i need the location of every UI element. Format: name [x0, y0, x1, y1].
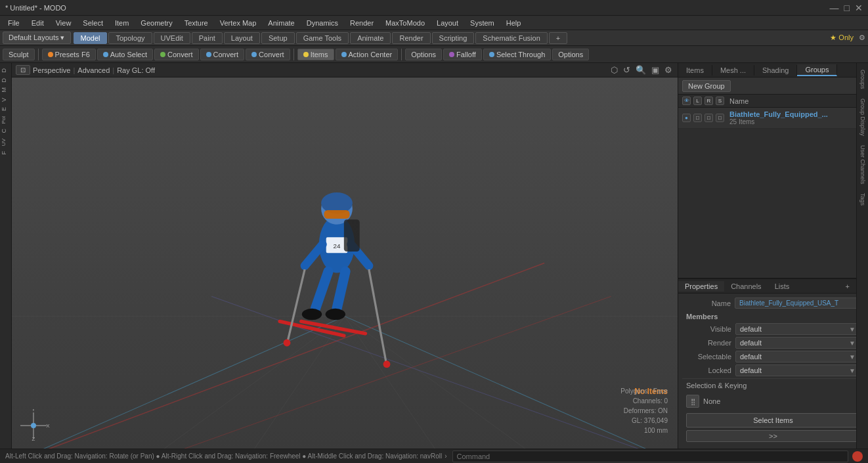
- sidebar-tab-v[interactable]: V: [1, 96, 11, 104]
- prop-tab-properties[interactable]: Properties: [678, 281, 724, 292]
- header-lock-icon[interactable]: L: [693, 97, 702, 105]
- default-layouts-btn[interactable]: Default Layouts ▾: [3, 32, 71, 44]
- visible-dropdown[interactable]: default ▼: [735, 323, 860, 335]
- group-item-biathlete[interactable]: ● □ □ □ Biathlete_Fully_Equipped_... 25 …: [678, 108, 868, 129]
- sidebar-tab-pol[interactable]: Pol: [1, 114, 11, 126]
- sidebar-tab-e[interactable]: E: [1, 105, 11, 113]
- panel-tab-shading[interactable]: Shading: [754, 65, 797, 76]
- expand-btn[interactable]: ›: [445, 452, 446, 460]
- header-eye-icon[interactable]: 👁: [682, 97, 691, 105]
- tab-topology[interactable]: Topology: [108, 32, 152, 44]
- menu-item-render[interactable]: Render: [345, 18, 379, 28]
- selectable-dropdown[interactable]: default ▼: [735, 351, 860, 363]
- prop-tab-lists[interactable]: Lists: [768, 281, 796, 292]
- panel-tab-mesh[interactable]: Mesh ...: [712, 65, 754, 76]
- properties-content: Name Biathlete_Fully_Equipped_USA_T Memb…: [678, 294, 868, 449]
- auto-select-btn[interactable]: Auto Select: [97, 49, 153, 60]
- sidebar-tab-uv[interactable]: UV: [1, 137, 11, 148]
- rs-tab-group-display[interactable]: Group Display: [858, 95, 867, 140]
- expand-panel-btn[interactable]: >>: [686, 430, 860, 442]
- locked-dropdown[interactable]: default ▼: [735, 364, 860, 376]
- menu-item-maxtomodo[interactable]: MaxToModo: [380, 18, 430, 28]
- convert3-btn[interactable]: Convert: [246, 49, 290, 60]
- select-items-btn[interactable]: Select Items: [686, 413, 860, 428]
- panel-tab-items[interactable]: Items: [678, 65, 712, 76]
- tab-paint[interactable]: Paint: [192, 32, 223, 44]
- minimize-btn[interactable]: —: [830, 3, 839, 13]
- tab-uvedit[interactable]: UVEdit: [154, 32, 190, 44]
- close-btn[interactable]: ✕: [855, 3, 863, 13]
- menu-item-animate[interactable]: Animate: [263, 18, 299, 28]
- sidebar-tab-c[interactable]: C: [1, 127, 11, 135]
- select-through-btn[interactable]: Select Through: [483, 49, 551, 60]
- sidebar-tab-f[interactable]: F: [1, 149, 11, 157]
- tab-setup[interactable]: Setup: [261, 32, 295, 44]
- locked-row: Locked default ▼: [682, 364, 864, 376]
- svg-text:Y: Y: [32, 409, 35, 412]
- tab-layout[interactable]: Layout: [224, 32, 260, 44]
- tab-add[interactable]: +: [549, 32, 567, 44]
- window-controls[interactable]: — □ ✕: [830, 3, 863, 13]
- viewport-icon2[interactable]: ↺: [623, 65, 630, 75]
- menu-item-view[interactable]: View: [51, 18, 77, 28]
- render-dropdown[interactable]: default ▼: [735, 337, 860, 349]
- rs-tab-tags[interactable]: Tags: [858, 189, 867, 209]
- viewport-toggle-btn[interactable]: ⊡: [16, 65, 30, 75]
- convert1-btn[interactable]: Convert: [154, 49, 199, 60]
- menu-item-help[interactable]: Help: [501, 18, 527, 28]
- viewport[interactable]: ⊡ Perspective | Advanced | Ray GL: Off ⬡…: [12, 63, 678, 449]
- sidebar-tab-d1[interactable]: D: [1, 66, 11, 75]
- tab-model[interactable]: Model: [74, 32, 108, 44]
- group-render-icon[interactable]: □: [705, 114, 713, 122]
- menu-item-item[interactable]: Item: [110, 18, 134, 28]
- new-group-btn[interactable]: New Group: [682, 80, 731, 92]
- viewport-settings-icon[interactable]: ⚙: [664, 65, 672, 75]
- command-input[interactable]: [452, 451, 849, 462]
- svg-line-25: [287, 269, 305, 344]
- options2-btn[interactable]: Options: [552, 49, 589, 60]
- menu-item-dynamics[interactable]: Dynamics: [301, 18, 343, 28]
- tab-scripting[interactable]: Scripting: [432, 32, 475, 44]
- tab-render[interactable]: Render: [392, 32, 430, 44]
- tab-game-tools[interactable]: Game Tools: [296, 32, 349, 44]
- menu-item-vertex-map[interactable]: Vertex Map: [215, 18, 262, 28]
- sel-keying-row: ⣿ None: [682, 392, 864, 410]
- group-lock-icon[interactable]: □: [693, 114, 702, 122]
- group-eye-icon[interactable]: ●: [682, 114, 691, 122]
- header-sel-icon[interactable]: S: [716, 97, 724, 105]
- options1-btn[interactable]: Options: [405, 49, 442, 60]
- convert2-btn[interactable]: Convert: [200, 49, 245, 60]
- rs-tab-groups[interactable]: Groups: [858, 66, 867, 93]
- tab-schematic[interactable]: Schematic Fusion: [475, 32, 547, 44]
- prop-tab-channels[interactable]: Channels: [724, 281, 768, 292]
- tab-animate[interactable]: Animate: [350, 32, 391, 44]
- settings-gear-icon[interactable]: ⚙: [859, 33, 865, 42]
- menu-item-edit[interactable]: Edit: [26, 18, 49, 28]
- sidebar-tab-m[interactable]: M: [1, 85, 11, 95]
- header-render-icon[interactable]: R: [705, 97, 713, 105]
- falloff-btn[interactable]: Falloff: [443, 49, 482, 60]
- record-btn[interactable]: [852, 451, 863, 462]
- svg-point-31: [31, 423, 36, 428]
- presets-btn[interactable]: Presets F6: [42, 49, 96, 60]
- maximize-btn[interactable]: □: [844, 3, 850, 13]
- sidebar-tab-d2[interactable]: D: [1, 76, 11, 85]
- menu-item-file[interactable]: File: [3, 18, 25, 28]
- menu-item-select[interactable]: Select: [77, 18, 108, 28]
- prop-tab-add[interactable]: +: [842, 281, 854, 292]
- group-sel-icon[interactable]: □: [716, 114, 724, 122]
- menu-item-layout[interactable]: Layout: [431, 18, 464, 28]
- viewport-canvas[interactable]: 24: [12, 77, 678, 449]
- menu-item-texture[interactable]: Texture: [179, 18, 213, 28]
- viewport-search-icon[interactable]: 🔍: [636, 65, 646, 75]
- items-btn[interactable]: Items: [297, 49, 334, 60]
- viewport-icon4[interactable]: ▣: [651, 65, 659, 75]
- sculpt-btn[interactable]: Sculpt: [3, 49, 35, 60]
- menu-item-geometry[interactable]: Geometry: [135, 18, 177, 28]
- action-center-btn[interactable]: Action Center: [336, 49, 399, 60]
- menu-item-system[interactable]: System: [465, 18, 500, 28]
- name-value-field[interactable]: Biathlete_Fully_Equipped_USA_T: [735, 298, 864, 309]
- viewport-icon1[interactable]: ⬡: [611, 65, 618, 75]
- rs-tab-user-channels[interactable]: User Channels: [858, 141, 867, 188]
- panel-tab-groups[interactable]: Groups: [797, 64, 837, 76]
